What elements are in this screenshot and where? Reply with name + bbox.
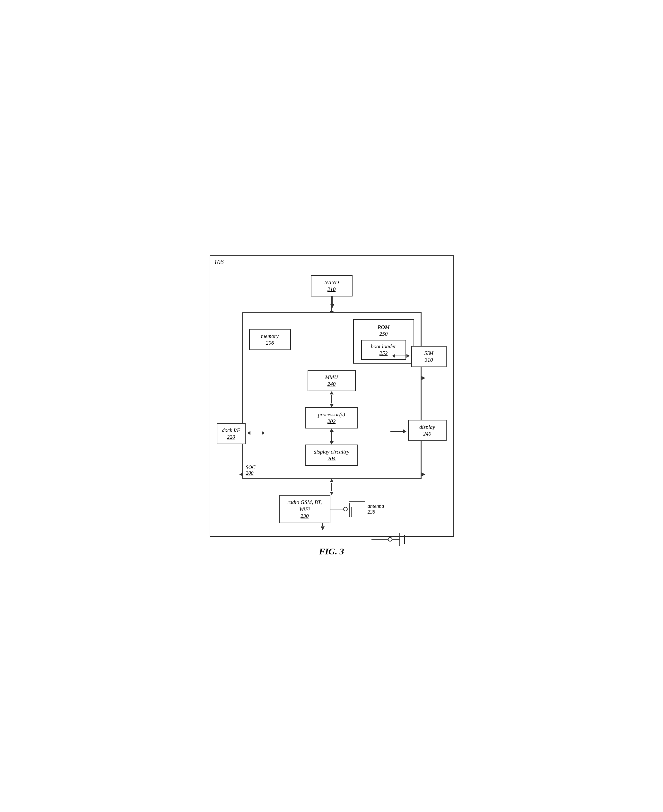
soc-box: memory 206 ROM 250 boot loader 252 [242,312,422,479]
memory-block: memory 206 [249,329,291,350]
dock-block: dock I/F 220 [217,423,246,444]
sim-block: SIM 310 [411,346,446,367]
diagram-area: NAND 210 memory 206 [220,266,443,524]
radio-block: radio GSM, BT, WiFi 230 [279,495,330,523]
page-container: 106 [200,246,463,567]
svg-marker-16 [321,527,325,530]
outer-label: 106 [214,259,224,266]
display-circuitry-block: display circuitry 204 [305,444,358,466]
processor-block: processor(s) 202 [305,407,358,428]
nand-block: NAND 210 [311,275,353,297]
antenna-label: antenna 235 [368,503,384,515]
soc-label: SOC 200 [246,464,255,476]
display-block: display 240 [408,420,446,441]
display-arrow [390,430,406,433]
svg-point-18 [388,537,392,541]
sim-arrow [392,354,410,358]
outer-box: 106 [210,255,454,537]
dock-arrow [247,431,265,435]
mmu-block: MMU 240 [307,370,356,391]
fig-caption: FIG. 3 [210,546,454,557]
